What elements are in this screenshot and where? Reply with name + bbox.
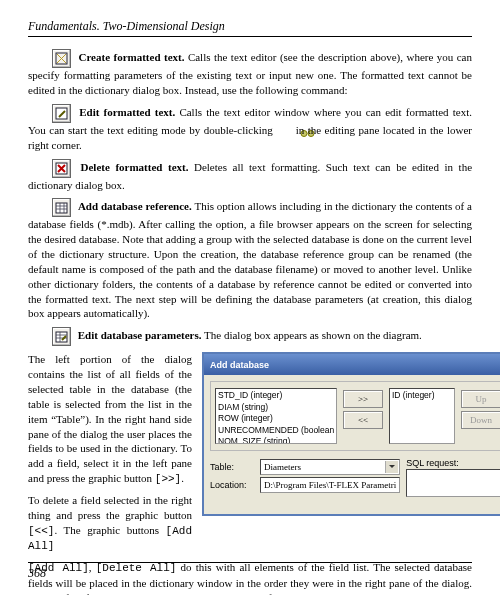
edit-database-parameters-icon [52, 327, 71, 346]
document-page: Fundamentals. Two-Dimensional Design Cre… [0, 0, 500, 595]
fields-left-listbox[interactable]: STD_ID (integer) DIAM (string) ROW (inte… [215, 388, 337, 444]
sql-label: SQL request: [406, 457, 500, 469]
para-create-formatted: Create formatted text. Calls the text ed… [28, 49, 472, 98]
dialog-title: Add database [210, 359, 269, 371]
page-footer: 368 [28, 562, 472, 581]
para-delete-formatted: Delete formatted text. Deletes all text … [28, 159, 472, 193]
create-formatted-text-icon [52, 49, 71, 68]
para-edit-database: Edit database parameters. The dialog box… [28, 327, 472, 346]
add-database-reference-icon [52, 198, 71, 217]
location-field[interactable]: D:\Program Files\T-FLEX Parametri [260, 477, 400, 493]
table-label: Table: [210, 461, 254, 473]
sql-request-field[interactable] [406, 469, 500, 497]
dialog-titlebar[interactable]: Add database × [204, 354, 500, 375]
add-database-dialog: Add database × STD_ID (integer) DIAM (st… [202, 352, 500, 516]
svg-rect-5 [56, 203, 67, 213]
delete-formatted-text-icon [52, 159, 71, 178]
move-in-button[interactable]: >> [343, 390, 383, 408]
page-number: 368 [28, 566, 46, 580]
table-dropdown[interactable]: Diameters [260, 459, 400, 475]
fields-right-listbox[interactable]: ID (integer) [389, 388, 455, 444]
dialog-two-column: The left portion of the dialog contains … [28, 352, 472, 560]
location-label: Location: [210, 479, 254, 491]
move-out-button[interactable]: << [343, 411, 383, 429]
up-button[interactable]: Up [461, 390, 500, 408]
page-header: Fundamentals. Two-Dimensional Design [28, 18, 472, 37]
para-edit-formatted: Edit formatted text. Calls the text edit… [28, 104, 472, 153]
edit-formatted-text-icon [52, 104, 71, 123]
double-click-icon [276, 127, 292, 136]
para-add-database: Add database reference. This option allo… [28, 198, 472, 321]
left-description-column: The left portion of the dialog contains … [28, 352, 192, 560]
down-button[interactable]: Down [461, 411, 500, 429]
